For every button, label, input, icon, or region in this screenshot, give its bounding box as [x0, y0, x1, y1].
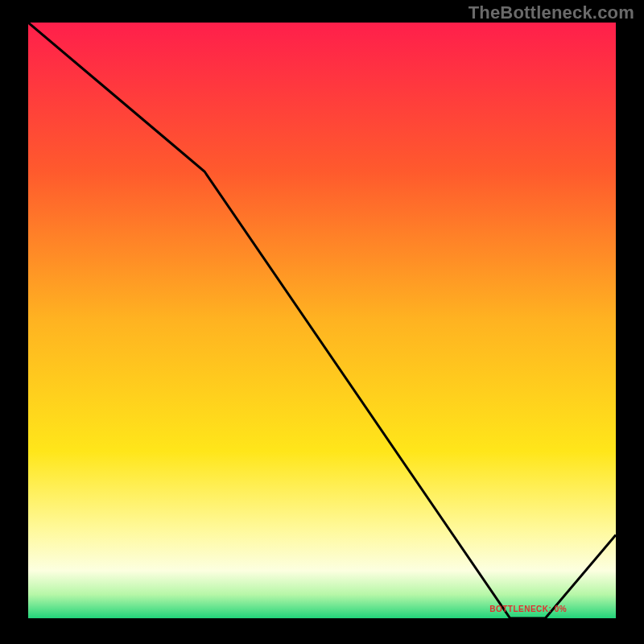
chart-container: TheBottleneck.com BOTTLENECK: 0% — [0, 0, 644, 644]
watermark-text: TheBottleneck.com — [469, 2, 634, 23]
chart-svg — [28, 23, 616, 618]
plot-area: BOTTLENECK: 0% — [28, 23, 616, 618]
bottleneck-annotation: BOTTLENECK: 0% — [489, 605, 567, 613]
gradient-background — [28, 23, 616, 618]
